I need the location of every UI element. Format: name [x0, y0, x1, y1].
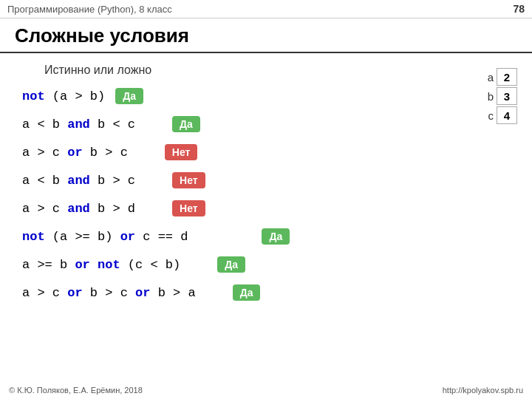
- var-row-a: a 2: [480, 68, 517, 86]
- main-title: Сложные условия: [0, 18, 532, 53]
- var-row-b: b 3: [480, 87, 517, 105]
- var-name-b: b: [480, 90, 494, 103]
- variable-table: a 2 b 3 c 4: [480, 68, 517, 126]
- var-val-c: 4: [497, 106, 517, 124]
- expr-text-4: a < b and b > c: [22, 174, 135, 188]
- var-name-c: c: [480, 109, 494, 122]
- expr-row-8: a > c or b > c or b > a Да: [22, 281, 473, 304]
- expr-row-7: a >= b or not (c < b) Да: [22, 253, 473, 276]
- top-bar: Программирование (Python), 8 класс 78: [0, 0, 532, 18]
- expr-text-8: a > c or b > c or b > a: [22, 286, 196, 300]
- var-val-b: 3: [497, 87, 517, 105]
- expr-row-1: not (a > b) Да: [22, 84, 473, 108]
- expr-text-3: a > c or b > c: [22, 146, 128, 160]
- badge-2: Да: [172, 116, 200, 132]
- footer: © К.Ю. Поляков, Е.А. Ерёмин, 2018 http:/…: [0, 386, 532, 395]
- expr-text-2: a < b and b < c: [22, 117, 135, 132]
- badge-4: Нет: [172, 172, 205, 188]
- course-label: Программирование (Python), 8 класс: [7, 4, 172, 15]
- badge-8: Да: [233, 284, 261, 301]
- page-number: 78: [513, 3, 525, 15]
- expr-text-7: a >= b or not (c < b): [22, 258, 180, 272]
- expr-row-2: a < b and b < c Да: [22, 112, 473, 136]
- subtitle: Истинно или ложно: [22, 61, 473, 80]
- var-row-c: c 4: [480, 106, 517, 124]
- var-name-a: a: [480, 71, 494, 83]
- expr-row-3: a > c or b > c Нет: [22, 140, 473, 164]
- var-val-a: 2: [497, 68, 517, 86]
- footer-left: © К.Ю. Поляков, Е.А. Ерёмин, 2018: [9, 386, 143, 395]
- badge-3: Нет: [165, 144, 198, 160]
- expr-text-5: a > c and b > d: [22, 202, 135, 216]
- expr-row-4: a < b and b > c Нет: [22, 168, 473, 192]
- badge-7: Да: [217, 256, 245, 273]
- expr-text-1: not (a > b): [22, 89, 105, 103]
- footer-right: http://kpolyakov.spb.ru: [443, 386, 523, 395]
- expr-text-6: not (a >= b) or c == d: [22, 230, 188, 244]
- expr-row-6: not (a >= b) or c == d Да: [22, 225, 473, 248]
- badge-1: Да: [115, 88, 143, 104]
- expressions-area: Истинно или ложно not (a > b) Да a < b a…: [15, 61, 473, 309]
- badge-5: Нет: [172, 200, 205, 216]
- badge-6: Да: [262, 228, 290, 245]
- expr-row-5: a > c and b > d Нет: [22, 197, 473, 220]
